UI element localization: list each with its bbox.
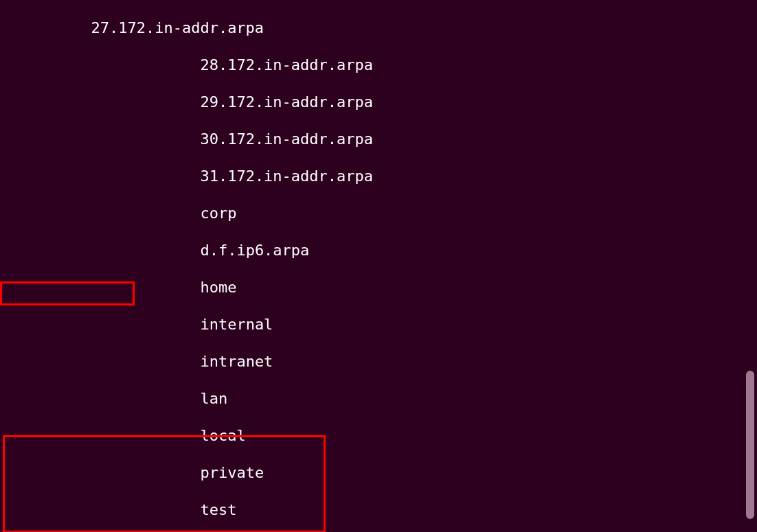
domain-entry: home xyxy=(0,278,757,297)
domain-entry: 31.172.in-addr.arpa xyxy=(0,167,757,185)
domain-entry: 28.172.in-addr.arpa xyxy=(0,56,757,74)
domain-entry: internal xyxy=(0,315,757,334)
domain-entry: 30.172.in-addr.arpa xyxy=(0,130,757,148)
domain-entry: corp xyxy=(0,204,757,222)
scrollbar-thumb[interactable] xyxy=(746,371,754,519)
domain-entry: test xyxy=(0,500,757,519)
terminal-output[interactable]: 27.172.in-addr.arpa 28.172.in-addr.arpa … xyxy=(0,0,757,532)
domain-entry: private xyxy=(0,463,757,482)
domain-entry: local xyxy=(0,426,757,445)
domain-entry: intranet xyxy=(0,352,757,371)
domain-entry: 29.172.in-addr.arpa xyxy=(0,93,757,111)
domain-entry: lan xyxy=(0,389,757,408)
domain-entry: d.f.ip6.arpa xyxy=(0,241,757,259)
cutoff-line: 27.172.in-addr.arpa xyxy=(0,19,757,37)
